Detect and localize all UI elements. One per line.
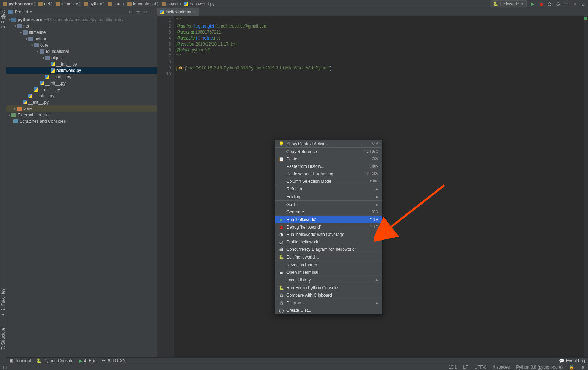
tree-file[interactable]: __init__.py bbox=[6, 61, 157, 67]
hide-button[interactable]: — bbox=[151, 10, 155, 14]
menu-item[interactable]: Paste from History...⇧⌘V bbox=[275, 163, 382, 170]
breadcrumb-item[interactable]: net bbox=[38, 1, 51, 6]
menu-item[interactable]: 🐍Run File in Python Console bbox=[275, 284, 382, 291]
tree-venv[interactable]: ▸venv bbox=[6, 105, 157, 112]
menu-item[interactable]: Paste without Formatting⌥⇧⌘V bbox=[275, 170, 382, 177]
run-tab[interactable]: ▶4: Run bbox=[79, 358, 96, 363]
menu-item[interactable]: 📋Paste⌘V bbox=[275, 155, 382, 163]
menu-item[interactable]: ⌼Diagrams▸ bbox=[275, 299, 382, 307]
chevron-down-icon[interactable]: ▾ bbox=[30, 10, 32, 14]
tree-file[interactable]: __init__.py bbox=[6, 74, 157, 80]
menu-item-label: Refactor bbox=[286, 187, 374, 192]
diff-icon: ⧉ bbox=[279, 293, 284, 298]
menu-item[interactable]: Folding▸ bbox=[275, 193, 382, 200]
chevron-down-icon: ▾ bbox=[521, 1, 523, 6]
folder-icon bbox=[34, 43, 39, 47]
run-config-selector[interactable]: 🐍 helloworld ▾ bbox=[490, 0, 527, 7]
breadcrumb-item[interactable]: ittimeline bbox=[55, 1, 79, 6]
rail-project[interactable]: 1: Project bbox=[1, 10, 6, 28]
menu-item-label: Folding bbox=[286, 194, 374, 199]
terminal-icon: ▣ bbox=[9, 358, 13, 363]
breadcrumb-item[interactable]: core bbox=[107, 1, 122, 6]
error-stripe[interactable] bbox=[584, 16, 588, 357]
profile-button[interactable]: ◷ bbox=[556, 1, 560, 6]
quick-access-icon[interactable]: ▢ bbox=[3, 365, 7, 370]
menu-item[interactable]: ⧉Compare with Clipboard bbox=[275, 291, 382, 299]
editor-tab[interactable]: helloworld.py × bbox=[157, 8, 199, 16]
menu-item[interactable]: ▶Run 'helloworld'⌃⇧R bbox=[275, 216, 382, 223]
project-panel-header: Project ▾ ⊚ ⇆ ⚙ — bbox=[6, 8, 157, 16]
locate-button[interactable]: ⊚ bbox=[129, 10, 133, 14]
debug-button[interactable]: 🐞 bbox=[539, 1, 544, 6]
menu-item[interactable]: Refactor▸ bbox=[275, 185, 382, 193]
menu-item[interactable]: Reveal in Finder bbox=[275, 261, 382, 268]
folder-icon bbox=[108, 2, 112, 6]
menu-item-label: Reveal in Finder bbox=[286, 262, 378, 267]
stop-button[interactable]: ■ bbox=[572, 1, 577, 6]
run-icon: ▶ bbox=[279, 217, 284, 222]
project-tree[interactable]: ▾python-core~/Documents/workspace/python… bbox=[6, 16, 157, 357]
tree-scratches[interactable]: Scratches and Consoles bbox=[6, 118, 157, 125]
status-eol[interactable]: LF bbox=[463, 365, 468, 370]
breadcrumb-item[interactable]: python-core bbox=[2, 1, 34, 6]
context-menu: 💡Show Context Actions⌥⏎Copy Reference⌥⇧⌘… bbox=[275, 140, 382, 314]
chevron-right-icon: 〉 bbox=[122, 1, 127, 7]
lock-icon[interactable]: 🔓 bbox=[569, 365, 574, 370]
menu-item-label: Run 'helloworld' bbox=[286, 217, 366, 222]
menu-item[interactable]: 🐍Edit 'helloworld'... bbox=[275, 253, 382, 261]
breadcrumb-item[interactable]: foundational bbox=[127, 1, 157, 6]
rail-favorites[interactable]: ★2: Favorites bbox=[1, 289, 6, 317]
tree-file-selected[interactable]: helloworld.py bbox=[6, 67, 157, 74]
tree-file[interactable]: __init__.py bbox=[6, 86, 157, 93]
editor-tabs: helloworld.py × bbox=[157, 8, 588, 16]
menu-item[interactable]: 💡Show Context Actions⌥⏎ bbox=[275, 140, 382, 147]
menu-item-label: Paste from History... bbox=[286, 164, 366, 169]
menu-item-label: Paste without Formatting bbox=[286, 171, 362, 176]
python-console-tab[interactable]: 🐍Python Console bbox=[36, 358, 73, 363]
todo-icon: ☲ bbox=[102, 358, 106, 363]
status-interpreter[interactable]: Python 3.8 (python-core) bbox=[516, 365, 563, 370]
pycon-icon: 🐍 bbox=[279, 285, 284, 290]
menu-item-label: Run 'helloworld' with Coverage bbox=[286, 232, 378, 237]
run-icon: ▶ bbox=[79, 358, 82, 363]
expand-button[interactable]: ⇆ bbox=[136, 10, 140, 14]
coverage-button[interactable]: ◔ bbox=[547, 1, 552, 6]
tree-file[interactable]: __init__.py bbox=[6, 93, 157, 99]
event-log-tab[interactable]: 💬Event Log bbox=[559, 358, 585, 363]
menu-item[interactable]: Copy Reference⌥⇧⌘C bbox=[275, 148, 382, 155]
attach-button[interactable]: ☲ bbox=[564, 1, 569, 6]
todo-tab[interactable]: ☲6: TODO bbox=[102, 358, 125, 363]
breadcrumb-item[interactable]: helloworld.py bbox=[183, 1, 215, 6]
status-position[interactable]: 10:1 bbox=[449, 365, 457, 370]
menu-item[interactable]: Column Selection Mode⇧⌘8 bbox=[275, 177, 382, 185]
status-indent[interactable]: 4 spaces bbox=[493, 365, 510, 370]
submenu-arrow-icon: ▸ bbox=[376, 278, 378, 283]
run-button[interactable]: ▶ bbox=[530, 1, 535, 6]
terminal-tab[interactable]: ▣Terminal bbox=[9, 358, 31, 363]
python-file-icon bbox=[45, 75, 49, 79]
folder-icon bbox=[56, 2, 60, 6]
hector-icon[interactable]: ☻ bbox=[581, 365, 585, 370]
gear-icon[interactable]: ⚙ bbox=[143, 10, 147, 14]
status-encoding[interactable]: UTF-8 bbox=[474, 365, 486, 370]
menu-item[interactable]: ◯Create Gist... bbox=[275, 307, 382, 314]
tree-file[interactable]: __init__.py bbox=[6, 80, 157, 86]
menu-item[interactable]: Local History▸ bbox=[275, 276, 382, 284]
menu-item[interactable]: ◑Run 'helloworld' with Coverage bbox=[275, 231, 382, 238]
menu-item[interactable]: ⇶Concurrency Diagram for 'helloworld' bbox=[275, 245, 382, 253]
breadcrumb-item[interactable]: python bbox=[83, 1, 103, 6]
menu-item[interactable]: 🐞Debug 'helloworld'⌃⇧D bbox=[275, 223, 382, 231]
close-icon[interactable]: × bbox=[193, 10, 196, 14]
rail-structure[interactable]: 7: Structure bbox=[1, 328, 6, 350]
breadcrumb-item[interactable]: object bbox=[161, 1, 179, 6]
tree-file[interactable]: __init__.py bbox=[6, 99, 157, 105]
tree-external-libraries[interactable]: ▸External Libraries bbox=[6, 112, 157, 118]
menu-item-label: Go To bbox=[286, 202, 374, 207]
search-button[interactable]: ⌕ bbox=[581, 1, 586, 6]
menu-item[interactable]: ◷Profile 'helloworld' bbox=[275, 238, 382, 245]
menu-shortcut: ⇧⌘8 bbox=[369, 179, 378, 183]
menu-item[interactable]: Go To▸ bbox=[275, 201, 382, 208]
menu-item[interactable]: ▣Open in Terminal bbox=[275, 268, 382, 276]
breadcrumb[interactable]: python-core〉net〉ittimeline〉python〉core〉f… bbox=[2, 1, 215, 7]
menu-item[interactable]: Generate...⌘N bbox=[275, 208, 382, 216]
